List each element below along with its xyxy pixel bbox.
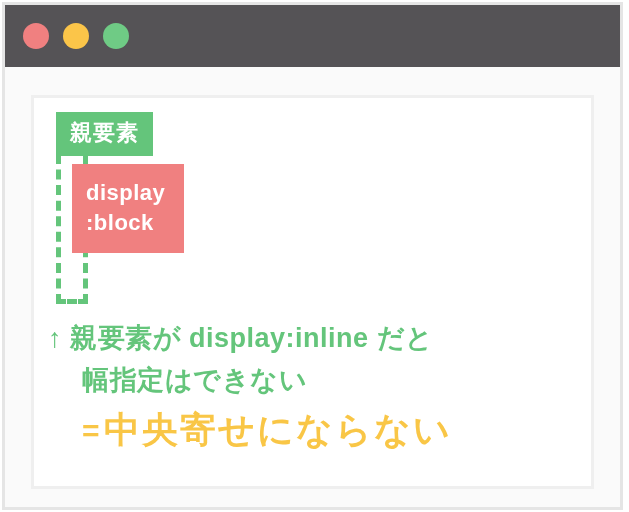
child-block-text-line2: :block xyxy=(86,208,170,238)
equals-sign: = xyxy=(82,414,100,447)
child-block-element: display :block xyxy=(72,164,184,253)
window-close-dot[interactable] xyxy=(23,23,49,49)
browser-window: 親要素 display :block ↑ 親要素が display:inline… xyxy=(2,2,623,510)
content-canvas: 親要素 display :block ↑ 親要素が display:inline… xyxy=(31,95,594,489)
window-titlebar xyxy=(5,5,620,67)
explanation-note: ↑ 親要素が display:inline だと 幅指定はできない = 中央寄せ… xyxy=(48,320,581,455)
up-arrow-icon: ↑ xyxy=(48,323,62,353)
note-line-1-text: 親要素が display:inline だと xyxy=(70,323,434,353)
window-maximize-dot[interactable] xyxy=(103,23,129,49)
window-minimize-dot[interactable] xyxy=(63,23,89,49)
note-line-2: 幅指定はできない xyxy=(82,362,581,398)
note-line-3: = 中央寄せにならない xyxy=(82,406,581,455)
note-emphasis: 中央寄せにならない xyxy=(104,409,452,450)
child-block-text-line1: display xyxy=(86,178,170,208)
note-line-1: ↑ 親要素が display:inline だと xyxy=(48,320,581,356)
parent-element-label: 親要素 xyxy=(56,112,153,156)
